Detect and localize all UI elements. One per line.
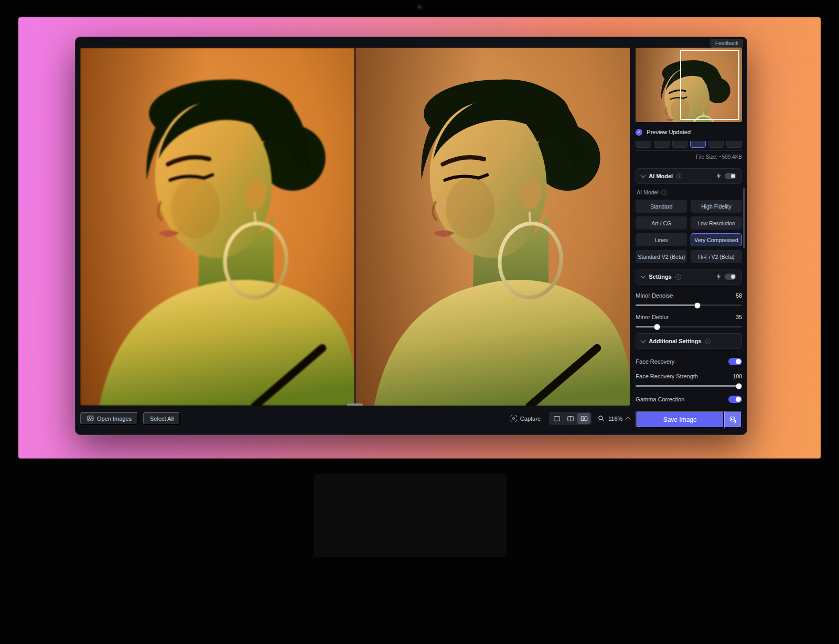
app-window: Open Images Select All Capture — [75, 37, 747, 435]
view-mode-group — [549, 412, 591, 425]
ai-model-sub-label-row: AI Model i — [637, 189, 741, 195]
monitor-mockup: Feedback — [0, 0, 839, 644]
select-all-button[interactable]: Select All — [143, 412, 180, 425]
feedback-button[interactable]: Feedback — [711, 39, 743, 48]
face-recovery-row: Face Recovery — [636, 358, 742, 365]
scale-option[interactable] — [672, 141, 688, 148]
toolbar-right-group: Capture — [508, 412, 630, 425]
toolbar-left-group: Open Images Select All — [80, 412, 180, 425]
model-option-hifi-v2[interactable]: Hi-Fi V2 (Beta) — [691, 250, 742, 263]
info-icon: i — [661, 190, 667, 195]
gamma-correction-row: Gamma Correction — [636, 396, 742, 403]
settings-auto-toggle[interactable] — [725, 274, 736, 280]
save-options-button[interactable] — [724, 411, 742, 428]
info-icon: i — [676, 173, 682, 179]
minor-deblur-slider[interactable] — [636, 326, 742, 328]
open-images-button[interactable]: Open Images — [80, 412, 138, 425]
model-option-standard-v2[interactable]: Standard V2 (Beta) — [636, 250, 687, 263]
image-after — [355, 48, 630, 406]
preview-crop-rect[interactable] — [680, 50, 739, 120]
model-option-lines[interactable]: Lines — [636, 233, 687, 246]
export-image-icon — [729, 416, 737, 423]
scale-option[interactable] — [636, 141, 651, 148]
bottom-toolbar: Open Images Select All Capture — [80, 406, 630, 428]
preview-thumbnail[interactable] — [636, 48, 742, 122]
minor-denoise-slider[interactable] — [636, 304, 742, 306]
model-option-standard[interactable]: Standard — [636, 200, 687, 213]
face-recovery-strength-value: 100 — [733, 373, 742, 379]
minor-denoise-value: 58 — [736, 292, 742, 299]
monitor-screen: Feedback — [18, 17, 821, 459]
model-option-low-resolution[interactable]: Low Resolution — [691, 216, 742, 230]
auto-bolt-icon — [716, 274, 721, 280]
scale-option[interactable] — [654, 141, 670, 148]
slider-thumb[interactable] — [694, 302, 700, 308]
capture-icon — [510, 415, 517, 422]
ai-model-section-header[interactable]: AI Model i — [636, 168, 742, 184]
ai-model-title: AI Model — [649, 173, 673, 179]
minor-denoise-slider-block: Minor Denoise 58 — [636, 292, 742, 306]
image-icon — [87, 415, 94, 422]
face-recovery-toggle[interactable] — [728, 358, 742, 365]
minor-denoise-label: Minor Denoise — [636, 292, 673, 299]
face-recovery-strength-label: Face Recovery Strength — [636, 373, 698, 379]
split-view-icon — [567, 415, 574, 422]
face-recovery-label: Face Recovery — [636, 358, 674, 365]
scale-option[interactable] — [726, 141, 742, 148]
capture-label: Capture — [520, 416, 541, 422]
slider-fill — [636, 385, 739, 387]
model-option-high-fidelity[interactable]: High Fidelity — [691, 200, 742, 213]
ai-model-sub-label: AI Model — [637, 189, 658, 195]
main-column: Open Images Select All Capture — [80, 48, 630, 428]
comparison-canvas[interactable] — [80, 48, 630, 406]
info-icon: i — [705, 339, 711, 344]
ai-model-auto-toggle[interactable] — [725, 173, 736, 179]
single-view-button[interactable] — [550, 413, 563, 424]
chevron-down-icon — [641, 274, 646, 279]
minor-deblur-value: 35 — [736, 314, 742, 320]
gamma-correction-label: Gamma Correction — [636, 396, 684, 402]
file-size-row: File Size: ~509.4KB — [636, 150, 742, 162]
additional-settings-title: Additional Settings — [649, 338, 701, 344]
zoom-icon[interactable] — [598, 415, 605, 422]
chevron-down-icon — [641, 338, 646, 343]
info-icon: i — [675, 274, 681, 280]
scale-options-row — [636, 141, 742, 149]
minor-deblur-slider-block: Minor Deblur 35 — [636, 314, 742, 328]
monitor-stand — [314, 474, 507, 557]
chevron-down-icon — [641, 173, 646, 178]
preview-status-row: ✓ Preview Updated — [636, 125, 742, 139]
ai-model-options-grid: Standard High Fidelity Art / CG Low Reso… — [636, 200, 742, 263]
settings-title: Settings — [649, 274, 671, 280]
open-images-label: Open Images — [97, 416, 132, 422]
minor-deblur-label: Minor Deblur — [636, 314, 669, 320]
single-view-icon — [553, 415, 561, 422]
slider-thumb[interactable] — [654, 324, 660, 330]
split-view-button[interactable] — [564, 413, 577, 424]
scale-option[interactable] — [708, 141, 724, 148]
scale-option-selected[interactable] — [690, 141, 706, 148]
save-image-button[interactable]: Save Image — [636, 411, 724, 428]
settings-panel: ✓ Preview Updated File Size: ~509.4KB — [636, 48, 742, 428]
chevron-up-icon[interactable] — [626, 417, 631, 422]
face-recovery-strength-slider[interactable] — [636, 385, 742, 387]
settings-section-header[interactable]: Settings i — [636, 269, 742, 285]
model-option-art-cg[interactable]: Art / CG — [636, 216, 687, 230]
slider-thumb[interactable] — [736, 383, 741, 389]
gamma-correction-toggle[interactable] — [728, 396, 742, 403]
split-drag-handle[interactable] — [347, 403, 363, 406]
model-option-very-compressed[interactable]: Very Compressed — [691, 233, 742, 246]
side-by-side-view-button[interactable] — [577, 413, 590, 424]
preview-status-text: Preview Updated — [647, 129, 691, 135]
panel-scrollbar[interactable] — [743, 188, 745, 248]
check-icon: ✓ — [636, 129, 642, 136]
auto-bolt-icon — [716, 173, 721, 179]
side-by-side-icon — [580, 415, 588, 422]
face-recovery-strength-block: Face Recovery Strength 100 — [636, 373, 742, 387]
file-size-text: File Size: ~509.4KB — [696, 154, 742, 160]
additional-settings-section-header[interactable]: Additional Settings i — [636, 333, 742, 349]
zoom-level[interactable]: 116% — [608, 416, 622, 422]
zoom-control: 116% — [598, 415, 630, 422]
select-all-label: Select All — [150, 416, 174, 422]
capture-button[interactable]: Capture — [508, 412, 543, 425]
